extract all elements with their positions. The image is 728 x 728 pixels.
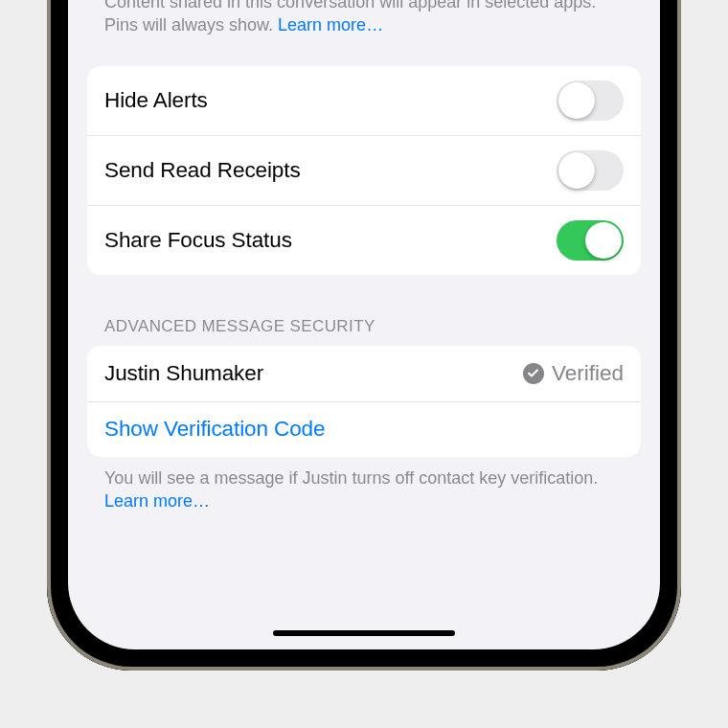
security-section-header: ADVANCED MESSAGE SECURITY [87, 317, 641, 346]
verified-contact-row[interactable]: Justin Shumaker Verified [87, 346, 641, 401]
show-verification-code-row[interactable]: Show Verification Code [87, 401, 641, 457]
home-indicator[interactable] [273, 630, 455, 636]
show-verification-code-label: Show Verification Code [104, 417, 325, 442]
security-learn-more-link[interactable]: Learn more… [104, 491, 210, 511]
security-card: Justin Shumaker Verified Show Verificati… [87, 346, 641, 457]
security-footer: You will see a message if Justin turns o… [87, 457, 641, 513]
shared-with-you-footer: Content shared in this conversation will… [87, 0, 641, 37]
read-receipts-label: Send Read Receipts [104, 158, 301, 183]
security-footer-text: You will see a message if Justin turns o… [104, 468, 598, 488]
share-focus-toggle[interactable] [557, 220, 624, 261]
phone-bezel: Show in Shared with You Content shared i… [47, 0, 681, 671]
read-receipts-toggle[interactable] [557, 150, 624, 191]
settings-screen: Show in Shared with You Content shared i… [68, 0, 660, 649]
verified-text: Verified [552, 361, 624, 386]
hide-alerts-label: Hide Alerts [104, 88, 208, 113]
checkmark-icon [523, 363, 544, 384]
share-focus-label: Share Focus Status [104, 228, 292, 253]
share-focus-row[interactable]: Share Focus Status [87, 205, 641, 275]
learn-more-link[interactable]: Learn more… [278, 15, 383, 34]
verified-badge: Verified [523, 361, 624, 386]
hide-alerts-row[interactable]: Hide Alerts [87, 66, 641, 135]
contact-name: Justin Shumaker [104, 361, 263, 386]
hide-alerts-toggle[interactable] [557, 80, 624, 121]
notifications-card: Hide Alerts Send Read Receipts Share Foc… [87, 66, 641, 275]
read-receipts-row[interactable]: Send Read Receipts [87, 135, 641, 205]
